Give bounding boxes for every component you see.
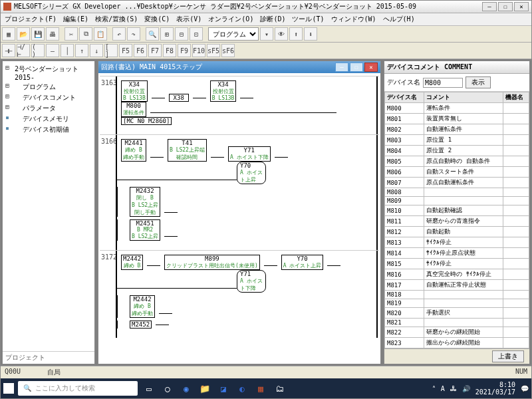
table-row[interactable]: M801装置異常無し	[385, 114, 529, 124]
network-icon[interactable]: 🖧	[450, 385, 457, 392]
ladder-contact[interactable]: M2442締め B	[121, 255, 143, 270]
minimize-button[interactable]: —	[482, 2, 497, 11]
table-row[interactable]: M803原位置 1	[385, 135, 529, 146]
save-button[interactable]: 💾	[31, 27, 45, 41]
table-row[interactable]: M804原位置 2	[385, 146, 529, 156]
table-row[interactable]: M823搬出からの継続開始	[385, 338, 529, 348]
tool-a-button[interactable]: ⊞	[160, 27, 174, 41]
table-row[interactable]: M811研磨からの青進指令	[385, 216, 529, 227]
menu-item[interactable]: 編集(E)	[63, 15, 88, 24]
taskbar-search[interactable]: 🔍 ここに入力して検索	[18, 381, 138, 396]
ladder-contact[interactable]: M2451B MR2B LS2上昇	[130, 219, 160, 241]
copy-button[interactable]: ⧉	[79, 27, 92, 41]
project-tree[interactable]: 2号ベンダーショット 2015- プログラムデバイスコメントパラメータデバイスメ…	[3, 61, 94, 351]
notifications-icon[interactable]: 💬	[521, 385, 529, 392]
close-button[interactable]: ✕	[514, 2, 529, 11]
ladder-rung[interactable]: 3172M2442締め BM899クリッドブラスト用吐出信号(未使用)Y70A …	[100, 250, 379, 338]
table-row[interactable]: M822研磨からの継続開始	[385, 327, 529, 338]
print-button[interactable]: 🖶	[46, 27, 59, 41]
device-name-input[interactable]	[423, 78, 463, 88]
menu-item[interactable]: ヘルプ(H)	[383, 15, 415, 24]
menu-item[interactable]: 表示(V)	[176, 15, 201, 24]
table-row[interactable]: M812自動起動	[385, 227, 529, 237]
task-view-icon[interactable]: ▭	[142, 381, 156, 396]
table-row[interactable]: M809	[385, 197, 529, 205]
cut-button[interactable]: ✂	[65, 27, 78, 41]
falling-button[interactable]: ↓	[90, 44, 103, 57]
menu-item[interactable]: ウィンドウ(W)	[331, 15, 376, 24]
table-row[interactable]: M800運転条件	[385, 103, 529, 114]
ladder-contact[interactable]: M800運転条件	[121, 102, 146, 117]
ladder-contact[interactable]: Y71A ホイスト下降	[228, 146, 271, 162]
ladder-min-button[interactable]: —	[335, 63, 348, 72]
redo-button[interactable]: ↷	[127, 27, 140, 41]
table-row[interactable]: M814ｻｲｸﾙ停止原点状態	[385, 248, 529, 259]
edge-icon[interactable]: ◐	[235, 381, 249, 396]
ladder-contact[interactable]: M2441締め B締め手動	[121, 139, 146, 162]
table-row[interactable]: M820手動選択	[385, 308, 529, 319]
tree-node[interactable]: パラメータ	[5, 103, 92, 114]
clock-date[interactable]: 2021/03/17	[475, 388, 515, 396]
f8-button[interactable]: F8	[163, 44, 176, 57]
menu-item[interactable]: オンライン(O)	[208, 15, 253, 24]
gx-developer-icon[interactable]: ▦	[253, 381, 268, 396]
cortana-icon[interactable]: ○	[160, 381, 175, 396]
program-select[interactable]: プログラム	[208, 27, 259, 41]
vline-button[interactable]: │	[61, 44, 74, 57]
chrome-icon[interactable]: ◉	[179, 381, 194, 396]
tree-node[interactable]: デバイス初期値	[5, 124, 92, 135]
system-tray[interactable]: ˄ A 🖧 🔊 8:10 2021/03/17 💬	[432, 381, 529, 396]
ladder-coil[interactable]: Y71A ホイスト下降	[237, 270, 266, 293]
paste-button[interactable]: 📋	[94, 27, 107, 41]
tree-node[interactable]: プログラム	[5, 82, 92, 92]
ladder-body[interactable]: 3163X34投射位置B LS13BX38X34投射位置B LS13BM800運…	[98, 73, 380, 364]
rising-button[interactable]: ↑	[75, 44, 88, 57]
ladder-close-button[interactable]: ✕	[364, 63, 378, 72]
tool-d-button[interactable]: ▾	[260, 27, 273, 41]
table-row[interactable]: M817自動運転正常停止状態	[385, 280, 529, 291]
coil-button[interactable]: ( )	[31, 44, 45, 57]
ladder-contact[interactable]: M2432閉し BB LS2上昇閉し手動	[130, 187, 160, 217]
table-row[interactable]: M810自動起動確認	[385, 205, 529, 216]
write-button[interactable]: ⬆	[289, 27, 303, 41]
ladder-output[interactable]: [MC N0 M2860]	[121, 117, 172, 125]
clock-time[interactable]: 8:10	[475, 381, 515, 388]
table-row[interactable]: M815ｻｲｸﾙ停止	[385, 259, 529, 269]
sf5-button[interactable]: sF5	[207, 44, 220, 57]
f9-button[interactable]: F9	[178, 44, 191, 57]
table-row[interactable]: M818	[385, 291, 529, 299]
open-button[interactable]: 📂	[17, 27, 30, 41]
ladder-coil[interactable]: Y70A ホイスト上昇	[237, 162, 266, 184]
tray-up-icon[interactable]: ˄	[432, 385, 436, 392]
app1-icon[interactable]: ◪	[216, 381, 231, 396]
read-button[interactable]: ⬇	[304, 27, 317, 41]
tree-root[interactable]: 2号ベンダーショット 2015-	[5, 64, 92, 82]
menu-item[interactable]: プロジェクト(F)	[5, 15, 57, 24]
monitor-button[interactable]: 👁	[275, 27, 288, 41]
maximize-button[interactable]: ☐	[498, 2, 513, 11]
tree-node[interactable]: デバイスコメント	[5, 92, 92, 103]
table-row[interactable]: M808	[385, 188, 529, 197]
tree-node[interactable]: デバイスメモリ	[5, 114, 92, 124]
table-row[interactable]: M819	[385, 299, 529, 308]
start-button[interactable]	[3, 383, 14, 394]
ladder-contact[interactable]: T41B LS22上昇端確認時間	[168, 139, 207, 162]
overwrite-button[interactable]: 上書き	[492, 350, 524, 362]
menu-item[interactable]: ツール(T)	[292, 15, 324, 24]
contact-nc-button[interactable]: ⊣/⊢	[17, 44, 30, 57]
f5-button[interactable]: F5	[119, 44, 132, 57]
menu-item[interactable]: 診断(D)	[260, 15, 285, 24]
device-table[interactable]: デバイス名コメント機器名 M800運転条件M801装置異常無しM802自動運転条…	[384, 92, 529, 348]
ladder-contact[interactable]: X34投射位置B LS13B	[210, 80, 237, 102]
display-button[interactable]: 表示	[466, 76, 491, 88]
f7-button[interactable]: F7	[148, 44, 162, 57]
undo-button[interactable]: ↶	[112, 27, 126, 41]
contact-no-button[interactable]: ⊣⊢	[2, 44, 15, 57]
table-row[interactable]: M816真空完全時の ｻｲｸﾙ停止	[385, 269, 529, 280]
func-button[interactable]: [ ]	[104, 44, 118, 57]
ladder-contact[interactable]: M2452	[130, 321, 152, 329]
sf6-button[interactable]: sF6	[221, 44, 235, 57]
app2-icon[interactable]: 🗂	[272, 381, 287, 396]
table-row[interactable]: M813ｻｲｸﾙ停止	[385, 237, 529, 248]
find-button[interactable]: 🔍	[146, 27, 159, 41]
